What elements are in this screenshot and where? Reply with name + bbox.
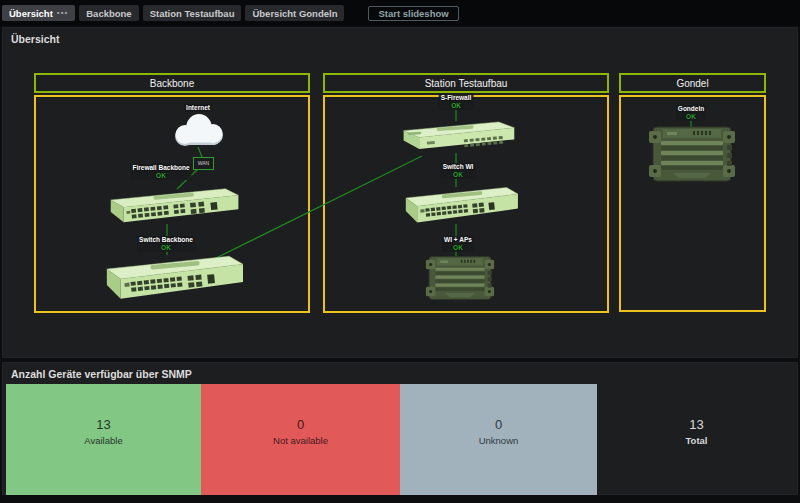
switch-wi-label: Switch WI bbox=[443, 163, 474, 170]
s-firewall-device-image[interactable] bbox=[393, 120, 521, 153]
group-title-backbone: Backbone bbox=[34, 73, 310, 93]
tab-label: Übersicht Gondeln bbox=[252, 8, 337, 19]
s-firewall-label: S-Firewall bbox=[441, 94, 472, 101]
snmp-block-unknown: 0 Unknown bbox=[400, 384, 597, 495]
node-label-switch-wi[interactable]: Switch WI OK bbox=[441, 163, 476, 179]
available-label: Available bbox=[6, 435, 201, 446]
switch-wi-status: OK bbox=[443, 171, 474, 179]
tab-label: Übersicht bbox=[9, 8, 53, 19]
wi-aps-label: WI + APs bbox=[444, 236, 472, 243]
start-slideshow-button[interactable]: Start slideshow bbox=[368, 6, 458, 21]
wan-interface-badge[interactable]: WAN bbox=[193, 157, 214, 170]
switch-wi-device-image[interactable] bbox=[387, 185, 527, 224]
total-count: 13 bbox=[597, 417, 796, 432]
tab-label: Backbone bbox=[86, 8, 131, 19]
firewall-backbone-label: Firewall Backbone bbox=[132, 164, 189, 171]
tab-uebersicht[interactable]: Übersicht ••• bbox=[2, 5, 75, 21]
group-title-station: Station Testaufbau bbox=[323, 73, 609, 93]
not-available-count: 0 bbox=[201, 417, 400, 432]
snmp-availability-panel: Anzahl Geräte verfügbar über SNMP 13 Ava… bbox=[2, 362, 798, 495]
wi-aps-status: OK bbox=[444, 244, 472, 252]
unknown-label: Unknown bbox=[400, 435, 597, 446]
gondeln-device-image[interactable] bbox=[649, 125, 735, 183]
switch-backbone-device-image[interactable] bbox=[95, 253, 243, 301]
firewall-backbone-device-image[interactable] bbox=[97, 187, 241, 224]
gondeln-label: Gondeln bbox=[678, 105, 704, 112]
available-count: 13 bbox=[6, 417, 201, 432]
snmp-block-total: 13 Total bbox=[597, 384, 796, 495]
tab-uebersicht-gondeln[interactable]: Übersicht Gondeln bbox=[245, 5, 344, 21]
tab-backbone[interactable]: Backbone bbox=[79, 5, 138, 21]
tab-label: Station Testaufbau bbox=[150, 8, 235, 19]
switch-backbone-status: OK bbox=[139, 244, 193, 252]
not-available-label: Not available bbox=[201, 435, 400, 446]
node-label-firewall-backbone[interactable]: Firewall Backbone OK bbox=[130, 164, 191, 180]
wi-aps-device-image[interactable] bbox=[422, 255, 498, 301]
panel-title[interactable]: Übersicht bbox=[11, 33, 59, 45]
node-label-s-firewall[interactable]: S-Firewall OK bbox=[439, 94, 474, 110]
internet-cloud-icon[interactable] bbox=[168, 113, 228, 147]
node-label-wi-aps[interactable]: WI + APs OK bbox=[442, 236, 474, 252]
node-label-switch-backbone[interactable]: Switch Backbone OK bbox=[137, 236, 195, 252]
dashboard-tab-bar: Übersicht ••• Backbone Station Testaufba… bbox=[0, 0, 800, 26]
node-label-gondeln[interactable]: Gondeln OK bbox=[676, 105, 706, 121]
internet-label: Internet bbox=[186, 104, 210, 111]
node-label-internet[interactable]: Internet bbox=[184, 104, 212, 112]
tab-station-testaufbau[interactable]: Station Testaufbau bbox=[143, 5, 242, 21]
panel-title[interactable]: Anzahl Geräte verfügbar über SNMP bbox=[11, 368, 192, 380]
snmp-blocks: 13 Available 0 Not available 0 Unknown 1… bbox=[6, 384, 796, 495]
firewall-backbone-status: OK bbox=[132, 172, 189, 180]
overview-map-panel: Übersicht Backbone Station Testaufbau Go… bbox=[2, 27, 798, 358]
gondeln-status: OK bbox=[678, 113, 704, 121]
unknown-count: 0 bbox=[400, 417, 597, 432]
total-label: Total bbox=[597, 435, 796, 446]
snmp-block-not-available: 0 Not available bbox=[201, 384, 400, 495]
switch-backbone-label: Switch Backbone bbox=[139, 236, 193, 243]
snmp-block-available: 13 Available bbox=[6, 384, 201, 495]
s-firewall-status: OK bbox=[441, 102, 472, 110]
tab-menu-dots-icon[interactable]: ••• bbox=[57, 9, 68, 17]
group-title-gondel: Gondel bbox=[619, 73, 766, 93]
